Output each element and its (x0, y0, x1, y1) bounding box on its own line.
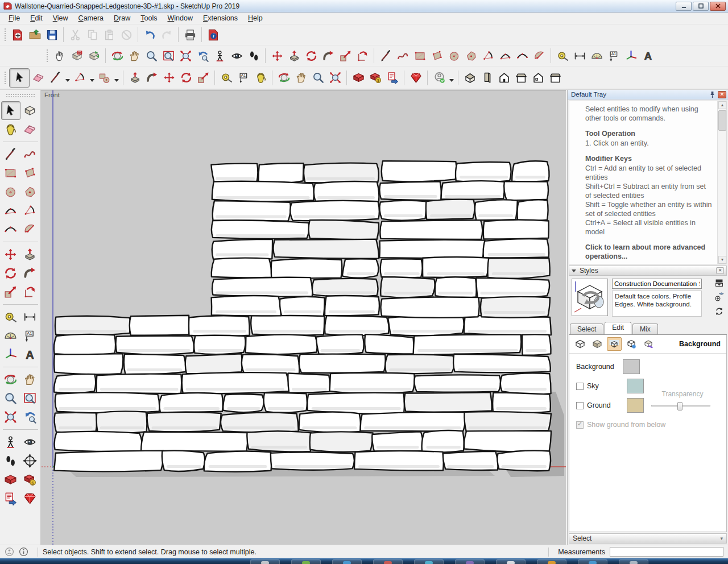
freehand-button[interactable] (20, 145, 40, 164)
sky-color-swatch[interactable] (627, 379, 644, 393)
select-panel-bar[interactable]: Select ▾ (569, 533, 727, 544)
open-button[interactable] (26, 26, 43, 43)
push-pull-button[interactable] (286, 47, 303, 64)
text-button[interactable]: A1 (20, 326, 40, 345)
orbit-button[interactable] (109, 47, 126, 64)
rotate-button[interactable] (303, 47, 320, 64)
zoom-button[interactable] (143, 47, 160, 64)
ground-checkbox[interactable] (576, 402, 584, 409)
taskbar-app-button[interactable] (250, 559, 280, 564)
toolbar-grip[interactable] (6, 93, 35, 97)
menu-extensions[interactable]: Extensions (198, 13, 243, 23)
line-button[interactable] (377, 47, 394, 64)
dropdown-arrow-icon[interactable] (90, 79, 94, 82)
measurements-input[interactable] (610, 547, 723, 557)
share-model-button[interactable]: $ (367, 69, 384, 86)
line-button[interactable] (47, 69, 64, 86)
two-point-arc-button[interactable] (497, 47, 514, 64)
dimension-button[interactable] (571, 47, 588, 64)
learn-more-link[interactable]: Click to learn about more advanced opera… (585, 243, 713, 261)
send-to-layout-button[interactable] (384, 69, 401, 86)
model-viewport[interactable]: Front (41, 90, 566, 545)
rotated-rectangle-button[interactable] (20, 164, 40, 183)
toolbar-grip[interactable] (46, 49, 49, 63)
paint-bucket-button[interactable] (1, 120, 20, 139)
scroll-down-button[interactable]: ▼ (718, 256, 726, 264)
show-ground-checkbox[interactable] (576, 421, 584, 429)
print-button[interactable] (181, 26, 198, 43)
pie-button[interactable] (531, 47, 548, 64)
circle-button[interactable] (445, 47, 462, 64)
toolbar-grip[interactable] (4, 71, 7, 85)
freehand-button[interactable] (394, 47, 411, 64)
scale-button[interactable] (1, 283, 20, 301)
get-models-button[interactable] (350, 69, 367, 86)
update-style-button[interactable] (714, 306, 724, 318)
get-models-button[interactable] (1, 470, 20, 489)
style-name-input[interactable] (612, 279, 702, 289)
move-button[interactable] (1, 245, 20, 264)
taskbar-app-button[interactable] (291, 559, 321, 564)
menu-help[interactable]: Help (243, 13, 268, 23)
text-button[interactable]: A1 (235, 69, 252, 86)
hand-pointer-button[interactable] (51, 47, 68, 64)
push-pull-button[interactable] (20, 245, 40, 264)
menu-tools[interactable]: Tools (135, 13, 162, 23)
windows-taskbar[interactable] (0, 558, 728, 564)
rectangle-button[interactable] (1, 164, 20, 183)
rotate-button[interactable] (177, 69, 195, 86)
zoom-extents-button[interactable] (177, 47, 194, 64)
section-compass-button[interactable] (20, 451, 40, 470)
axes-button[interactable] (1, 345, 20, 364)
follow-me-button[interactable] (320, 47, 337, 64)
pin-icon[interactable] (709, 91, 716, 98)
protractor-button[interactable] (588, 47, 605, 64)
pie-button[interactable] (20, 220, 40, 239)
menu-file[interactable]: File (3, 13, 25, 23)
look-around-button[interactable] (20, 433, 40, 451)
offset-button[interactable] (354, 47, 371, 64)
three-point-arc-button[interactable] (1, 220, 20, 239)
zoom-window-button[interactable] (20, 389, 40, 408)
menu-camera[interactable]: Camera (73, 13, 109, 23)
position-camera-button[interactable] (211, 47, 228, 64)
arc-button[interactable] (71, 69, 88, 86)
watermark-settings-icon[interactable] (624, 337, 639, 351)
credits-info-icon[interactable] (19, 547, 28, 557)
taskbar-app-button[interactable] (496, 559, 526, 564)
dimension-button[interactable] (20, 308, 40, 326)
ruby-console-button[interactable] (407, 69, 424, 86)
taskbar-app-button[interactable] (414, 559, 444, 564)
create-new-style-button[interactable] (714, 292, 724, 304)
transparency-slider[interactable] (651, 405, 710, 407)
walk-button[interactable] (1, 451, 20, 470)
taskbar-app-button[interactable] (537, 559, 566, 564)
make-component-button[interactable] (20, 101, 40, 120)
component-exchange-button[interactable] (85, 47, 102, 64)
menu-draw[interactable]: Draw (109, 13, 135, 23)
zoom-extents-button[interactable] (326, 69, 344, 86)
style-thumbnail[interactable] (572, 279, 608, 316)
styles-close-button[interactable]: ✕ (716, 267, 724, 274)
pan-button[interactable] (20, 370, 40, 389)
rotate-button[interactable] (1, 264, 20, 283)
back-view-button[interactable] (512, 69, 530, 86)
text-button[interactable]: A1 (605, 47, 622, 64)
new-button[interactable] (9, 26, 26, 43)
scale-button[interactable] (195, 69, 212, 86)
taskbar-app-button[interactable] (619, 559, 648, 564)
follow-me-button[interactable] (143, 69, 160, 86)
zoom-button[interactable] (1, 389, 20, 408)
3d-text-button[interactable]: A (20, 345, 40, 364)
pan-button[interactable] (126, 47, 143, 64)
scale-button[interactable] (337, 47, 354, 64)
eraser-button[interactable] (30, 69, 47, 86)
walk-button[interactable] (245, 47, 262, 64)
geolocation-status-icon[interactable] (5, 547, 14, 557)
zoom-extents-button[interactable] (1, 408, 20, 426)
position-camera-button[interactable] (1, 433, 20, 451)
shapes-button[interactable] (96, 69, 113, 86)
modeling-settings-icon[interactable] (641, 337, 656, 351)
taskbar-app-button[interactable] (455, 559, 485, 564)
zoom-previous-button[interactable] (20, 408, 40, 426)
